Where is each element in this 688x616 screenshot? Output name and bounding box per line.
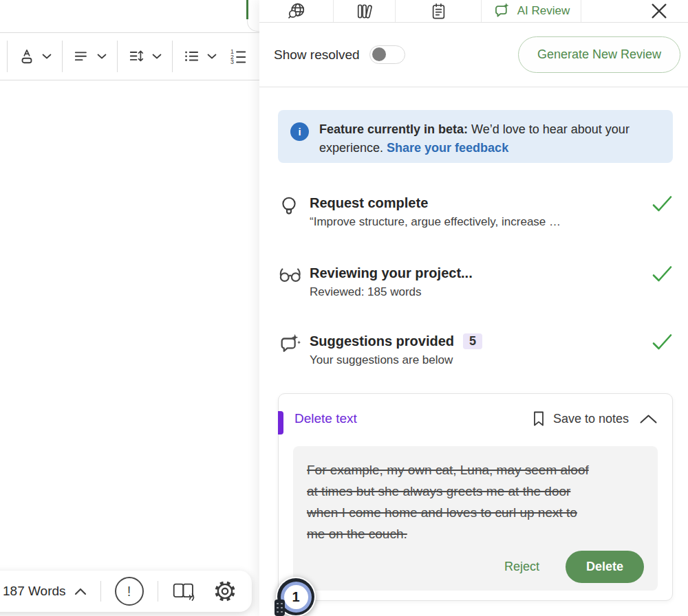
step-title: Suggestions provided xyxy=(310,331,454,351)
tab-web-search[interactable] xyxy=(259,0,334,22)
library-books-icon xyxy=(355,2,374,21)
text-align-button[interactable] xyxy=(73,47,107,65)
read-aloud-icon[interactable] xyxy=(172,582,197,602)
bullet-list-button[interactable] xyxy=(183,47,217,65)
close-icon xyxy=(649,1,669,21)
settings-gear-icon[interactable] xyxy=(212,578,238,604)
text-color-icon xyxy=(18,47,36,65)
app-screen: 1 2 3 187 Words ! xyxy=(0,0,688,616)
deleted-text-line: me on the couch. xyxy=(307,523,644,544)
step-subtitle: Your suggestions are below xyxy=(310,353,652,367)
panel-body: i Feature currently in beta: We’d love t… xyxy=(259,87,688,616)
share-feedback-link[interactable]: Share your feedback xyxy=(387,141,508,155)
glasses-icon xyxy=(278,265,303,284)
align-left-icon xyxy=(73,47,91,65)
suggested-deletion-text: For example, my own cat, Luna, may seem … xyxy=(293,446,658,591)
svg-text:3: 3 xyxy=(230,58,234,65)
show-resolved-label: Show resolved xyxy=(274,47,360,63)
panel-header: Show resolved Generate New Review xyxy=(259,23,688,87)
chat-sparkle-icon xyxy=(278,333,301,356)
step-suggestions-provided: Suggestions provided 5 Your suggestions … xyxy=(278,331,673,367)
text-color-button[interactable] xyxy=(18,47,52,65)
statusbar-divider xyxy=(158,581,158,602)
panel-corner-notch xyxy=(247,0,260,32)
tab-ai-review-label: AI Review xyxy=(517,4,570,18)
bullet-list-icon xyxy=(183,47,201,65)
editor-status-bar: 187 Words ! xyxy=(0,571,252,612)
toggle-knob xyxy=(372,47,386,61)
tab-notes[interactable] xyxy=(396,0,482,22)
delete-button[interactable]: Delete xyxy=(566,551,644,583)
check-icon xyxy=(652,195,673,213)
numbered-list-button[interactable]: 1 2 3 xyxy=(228,47,249,66)
chevron-up-icon xyxy=(74,588,87,595)
step-subtitle: “Improve structure, argue effectively, i… xyxy=(310,215,652,229)
check-icon xyxy=(652,265,673,283)
tab-ai-review[interactable]: AI Review xyxy=(482,0,581,22)
lightbulb-icon xyxy=(278,195,300,218)
suggestion-type-label: Delete text xyxy=(294,411,357,426)
word-count-button[interactable]: 187 Words xyxy=(3,584,87,599)
formatting-toolbar: 1 2 3 xyxy=(0,32,259,80)
step-subtitle: Reviewed: 185 words xyxy=(310,285,652,299)
statusbar-divider xyxy=(100,581,101,602)
deleted-text-line: For example, my own cat, Luna, may seem … xyxy=(307,459,644,481)
suggestion-marker-number: 1 xyxy=(284,585,308,609)
panel-tab-bar: AI Review xyxy=(259,0,688,23)
line-spacing-button[interactable] xyxy=(128,47,162,65)
alert-circle-icon[interactable]: ! xyxy=(115,577,144,606)
step-title: Request complete xyxy=(310,193,428,212)
bookmark-icon xyxy=(531,410,546,427)
close-panel-button[interactable] xyxy=(649,0,688,22)
chevron-up-icon xyxy=(639,414,658,424)
suggestion-card-header: Delete text Save to notes xyxy=(279,394,672,427)
check-icon xyxy=(652,333,673,351)
suggestion-count-badge: 5 xyxy=(463,333,482,349)
chat-sparkle-icon xyxy=(493,2,511,21)
chevron-down-icon xyxy=(207,54,217,59)
beta-banner-bold: Feature currently in beta: xyxy=(319,122,468,136)
deleted-text-line: when I come home and loves to curl up ne… xyxy=(307,502,644,523)
marker-drag-handle[interactable] xyxy=(275,600,285,616)
generate-new-review-button[interactable]: Generate New Review xyxy=(518,36,680,73)
suggestion-card: Delete text Save to notes For example, m… xyxy=(278,393,673,601)
suggestion-actions: Reject Delete xyxy=(504,551,644,583)
chevron-down-icon xyxy=(97,54,107,59)
tab-library[interactable] xyxy=(334,0,396,22)
show-resolved-toggle[interactable] xyxy=(369,45,405,64)
line-spacing-icon xyxy=(128,47,146,65)
collapse-card-button[interactable] xyxy=(639,414,658,424)
chevron-down-icon xyxy=(42,54,52,59)
numbered-list-icon: 1 2 3 xyxy=(228,47,249,66)
save-to-notes-label: Save to notes xyxy=(553,412,629,426)
reject-button[interactable]: Reject xyxy=(504,560,539,574)
suggestion-accent-bar xyxy=(278,411,283,434)
beta-banner: i Feature currently in beta: We’d love t… xyxy=(278,110,673,163)
step-title: Reviewing your project... xyxy=(310,263,473,283)
active-tab-edge xyxy=(246,0,248,19)
beta-banner-text: Feature currently in beta: We’d love to … xyxy=(319,120,662,163)
globe-search-icon xyxy=(287,1,306,21)
word-count-label: 187 Words xyxy=(3,584,66,599)
ai-review-panel: AI Review Show resolved Generate New Rev… xyxy=(259,0,688,616)
step-reviewing-project: Reviewing your project... Reviewed: 185 … xyxy=(278,263,673,299)
info-icon: i xyxy=(290,122,309,141)
deleted-text-line: at times but she always greets me at the… xyxy=(307,481,644,502)
notepad-icon xyxy=(429,2,448,21)
step-request-complete: Request complete “Improve structure, arg… xyxy=(278,193,673,229)
save-to-notes-button[interactable]: Save to notes xyxy=(531,410,629,427)
chevron-down-icon xyxy=(152,54,162,59)
